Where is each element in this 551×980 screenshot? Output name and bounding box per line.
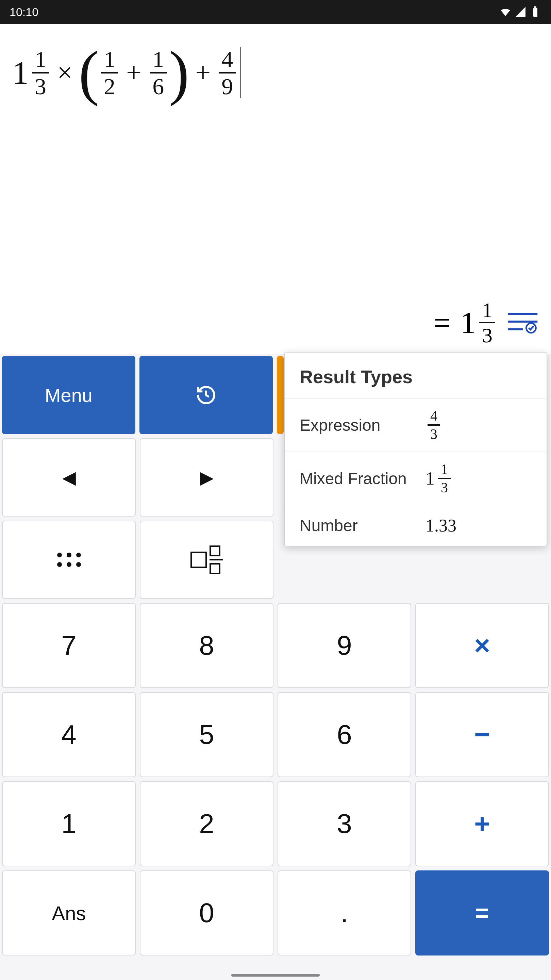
more-functions-button[interactable] (2, 520, 136, 599)
result-type-mixed[interactable]: Mixed Fraction 1 1 3 (285, 452, 546, 505)
right-triangle-icon: ▶ (200, 467, 214, 488)
history-button[interactable] (140, 356, 273, 434)
digit-5-button[interactable]: 5 (140, 692, 273, 777)
wifi-icon (499, 6, 511, 18)
mixed-1-1-3-popup: 1 1 3 (426, 462, 453, 495)
cursor-right-button[interactable]: ▶ (140, 438, 273, 517)
svg-rect-0 (533, 8, 537, 17)
mixed-1-1-3: 1 1 3 (12, 48, 51, 98)
decimal-button[interactable]: . (278, 870, 411, 956)
undo-button[interactable] (277, 356, 284, 434)
result-type-expression[interactable]: Expression 4 3 (285, 398, 546, 452)
status-bar: 10:10 (0, 0, 551, 24)
left-paren: ( (79, 37, 99, 108)
multiply-op: × (57, 57, 73, 88)
status-icons (499, 6, 541, 18)
add-button[interactable]: + (415, 781, 549, 866)
frac-1-2: 1 2 (101, 48, 118, 98)
result-line: = 1 1 3 (433, 299, 539, 346)
result-mixed: 1 1 3 (460, 299, 497, 346)
right-paren: ) (169, 37, 189, 108)
digit-2-button[interactable]: 2 (140, 781, 273, 866)
status-time: 10:10 (10, 5, 38, 19)
signal-icon (514, 6, 527, 18)
cursor-left-button[interactable]: ◀ (2, 438, 136, 517)
history-icon (195, 384, 217, 406)
plus-op-2: + (195, 57, 211, 88)
digit-7-button[interactable]: 7 (2, 603, 136, 688)
digit-8-button[interactable]: 8 (140, 603, 273, 688)
digit-1-button[interactable]: 1 (2, 781, 136, 866)
frac-4-9: 4 9 (219, 48, 236, 98)
popup-title: Result Types (285, 353, 546, 398)
subtract-button[interactable]: − (415, 692, 549, 777)
frac-4-3: 4 3 (427, 409, 440, 441)
result-types-button[interactable] (507, 310, 539, 335)
digit-9-button[interactable]: 9 (278, 603, 411, 688)
svg-rect-1 (534, 6, 537, 8)
equals-button[interactable]: = (415, 870, 549, 956)
ans-button[interactable]: Ans (2, 870, 136, 956)
digit-4-button[interactable]: 4 (2, 692, 136, 777)
six-dots-icon (57, 553, 81, 567)
nav-pill[interactable] (231, 974, 320, 977)
battery-icon (529, 6, 541, 18)
mixed-fraction-icon (191, 546, 223, 574)
menu-button[interactable]: Menu (2, 356, 135, 434)
digit-3-button[interactable]: 3 (278, 781, 411, 866)
result-type-number[interactable]: Number 1.33 (285, 505, 546, 546)
multiply-button[interactable]: × (415, 603, 549, 688)
text-cursor (240, 47, 241, 98)
mixed-fraction-button[interactable] (140, 520, 273, 599)
result-types-popup: Result Types Expression 4 3 Mixed Fracti… (284, 352, 547, 546)
frac-1-6: 1 6 (150, 48, 167, 98)
equals-sign: = (433, 305, 451, 340)
plus-op-1: + (126, 57, 141, 88)
digit-0-button[interactable]: 0 (140, 870, 273, 956)
left-triangle-icon: ◀ (62, 467, 76, 488)
input-expression[interactable]: 1 1 3 × ( 1 2 + 1 6 ) + 4 9 (12, 37, 539, 108)
digit-6-button[interactable]: 6 (278, 692, 411, 777)
display-area: 1 1 3 × ( 1 2 + 1 6 ) + 4 9 = 1 1 (0, 24, 551, 354)
